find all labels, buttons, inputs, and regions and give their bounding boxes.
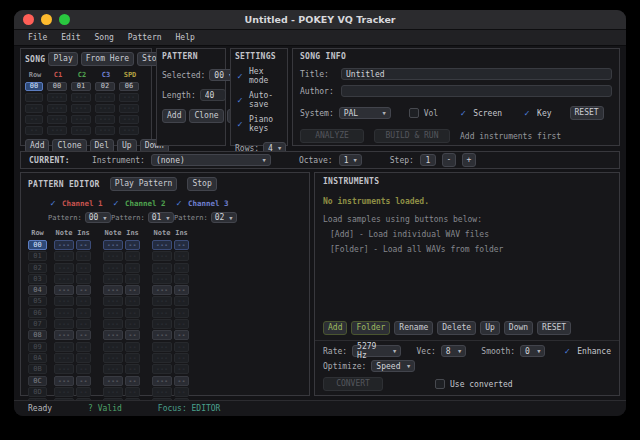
instrument-up-button[interactable]: Up <box>480 321 500 335</box>
channel-2-pattern-select[interactable]: 01▼ <box>148 212 174 223</box>
song-row-number[interactable]: -- <box>25 126 43 135</box>
song-cell[interactable]: --- <box>71 93 91 102</box>
row-number-button[interactable]: 04 <box>28 285 47 295</box>
song-cell[interactable]: --- <box>119 126 139 135</box>
row-number-button[interactable]: 0A <box>28 353 47 363</box>
note-cell[interactable]: --- <box>103 251 123 261</box>
ins-cell[interactable]: -- <box>76 364 91 374</box>
note-cell[interactable]: --- <box>152 308 172 318</box>
checkbox-icon[interactable]: ✓ <box>174 198 184 208</box>
row-number-button[interactable]: 05 <box>28 296 47 306</box>
song-cell[interactable]: 01 <box>71 82 91 91</box>
song-cell[interactable]: --- <box>119 93 139 102</box>
pattern-add-button[interactable]: Add <box>162 109 186 123</box>
note-cell[interactable]: --- <box>152 240 172 250</box>
play-pattern-button[interactable]: Play Pattern <box>110 177 178 191</box>
note-cell[interactable]: --- <box>103 364 123 374</box>
song-cell[interactable]: --- <box>71 115 91 124</box>
ins-cell[interactable]: -- <box>76 274 91 284</box>
row-number-button[interactable]: 00 <box>28 240 47 250</box>
row-number-button[interactable]: 0D <box>28 387 47 397</box>
checkbox-icon[interactable]: ✓ <box>235 119 245 129</box>
note-cell[interactable]: --- <box>103 353 123 363</box>
ins-cell[interactable]: -- <box>174 353 189 363</box>
ins-cell[interactable]: -- <box>125 387 140 397</box>
note-cell[interactable]: --- <box>152 376 172 386</box>
note-cell[interactable]: --- <box>103 319 123 329</box>
ins-cell[interactable]: -- <box>174 274 189 284</box>
note-cell[interactable]: --- <box>54 353 74 363</box>
ins-cell[interactable]: -- <box>76 330 91 340</box>
note-cell[interactable]: --- <box>103 330 123 340</box>
instrument-delete-button[interactable]: Delete <box>437 321 476 335</box>
song-cell[interactable]: 00 <box>47 82 67 91</box>
note-cell[interactable]: --- <box>54 376 74 386</box>
ins-cell[interactable]: -- <box>125 251 140 261</box>
ins-cell[interactable]: -- <box>76 353 91 363</box>
zoom-window-button[interactable] <box>59 14 70 25</box>
row-number-button[interactable]: 06 <box>28 308 47 318</box>
ins-cell[interactable]: -- <box>76 251 91 261</box>
note-cell[interactable]: --- <box>152 285 172 295</box>
note-cell[interactable]: --- <box>54 296 74 306</box>
vec-select[interactable]: 8 ▼ <box>441 345 466 357</box>
ins-cell[interactable]: -- <box>125 296 140 306</box>
note-cell[interactable]: --- <box>152 353 172 363</box>
note-cell[interactable]: --- <box>103 342 123 352</box>
menu-file[interactable]: File <box>22 32 53 43</box>
row-number-button[interactable]: 01 <box>28 251 47 261</box>
ins-cell[interactable]: -- <box>76 319 91 329</box>
rate-select[interactable]: 5279 Hz ▼ <box>352 345 401 357</box>
song-cell[interactable]: --- <box>95 104 115 113</box>
row-number-button[interactable]: 09 <box>28 342 47 352</box>
build-run-button[interactable]: BUILD & RUN <box>374 129 450 143</box>
row-number-button[interactable]: 0C <box>28 376 47 386</box>
ins-cell[interactable]: -- <box>76 387 91 397</box>
analyze-button[interactable]: ANALYZE <box>300 129 364 143</box>
row-number-button[interactable]: 0B <box>28 364 47 374</box>
note-cell[interactable]: --- <box>54 308 74 318</box>
note-cell[interactable]: --- <box>152 387 172 397</box>
ins-cell[interactable]: -- <box>174 296 189 306</box>
close-window-button[interactable] <box>23 14 34 25</box>
note-cell[interactable]: --- <box>152 319 172 329</box>
song-cell[interactable]: --- <box>95 93 115 102</box>
title-input[interactable] <box>341 68 612 80</box>
optimize-select[interactable]: Speed ▼ <box>371 360 415 372</box>
song-row-number[interactable]: 00 <box>25 82 43 91</box>
menu-help[interactable]: Help <box>170 32 201 43</box>
ins-cell[interactable]: -- <box>125 274 140 284</box>
checkbox-icon[interactable]: ✓ <box>235 95 245 105</box>
ins-cell[interactable]: -- <box>174 342 189 352</box>
author-input[interactable] <box>341 85 612 97</box>
instrument-rename-button[interactable]: Rename <box>394 321 433 335</box>
note-cell[interactable]: --- <box>103 285 123 295</box>
ins-cell[interactable]: -- <box>125 308 140 318</box>
menu-pattern[interactable]: Pattern <box>122 32 168 43</box>
pattern-length-input[interactable] <box>200 89 226 101</box>
reset-button[interactable]: RESET <box>570 106 604 120</box>
note-cell[interactable]: --- <box>103 240 123 250</box>
note-cell[interactable]: --- <box>103 387 123 397</box>
row-number-button[interactable]: 08 <box>28 330 47 340</box>
ins-cell[interactable]: -- <box>125 376 140 386</box>
instrument-folder-button[interactable]: Folder <box>351 321 390 335</box>
note-cell[interactable]: --- <box>54 274 74 284</box>
song-row-number[interactable]: -- <box>25 93 43 102</box>
from-here-button[interactable]: From Here <box>81 52 134 66</box>
ins-cell[interactable]: -- <box>125 240 140 250</box>
channel-1-pattern-select[interactable]: 00▼ <box>85 212 111 223</box>
instrument-reset-button[interactable]: RESET <box>537 321 571 335</box>
song-cell[interactable]: --- <box>119 104 139 113</box>
song-cell[interactable]: --- <box>95 115 115 124</box>
ins-cell[interactable]: -- <box>174 376 189 386</box>
octave-select[interactable]: 1 ▼ <box>339 154 362 166</box>
ins-cell[interactable]: -- <box>174 240 189 250</box>
ins-cell[interactable]: -- <box>174 308 189 318</box>
note-cell[interactable]: --- <box>54 319 74 329</box>
step-decrement-button[interactable]: - <box>442 153 456 167</box>
ins-cell[interactable]: -- <box>125 342 140 352</box>
note-cell[interactable]: --- <box>152 330 172 340</box>
ins-cell[interactable]: -- <box>174 285 189 295</box>
note-cell[interactable]: --- <box>103 274 123 284</box>
